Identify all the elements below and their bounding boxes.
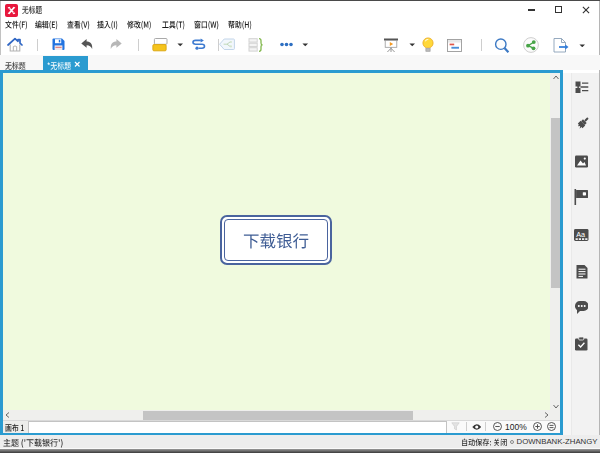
svg-text:Aa: Aa: [576, 230, 585, 239]
